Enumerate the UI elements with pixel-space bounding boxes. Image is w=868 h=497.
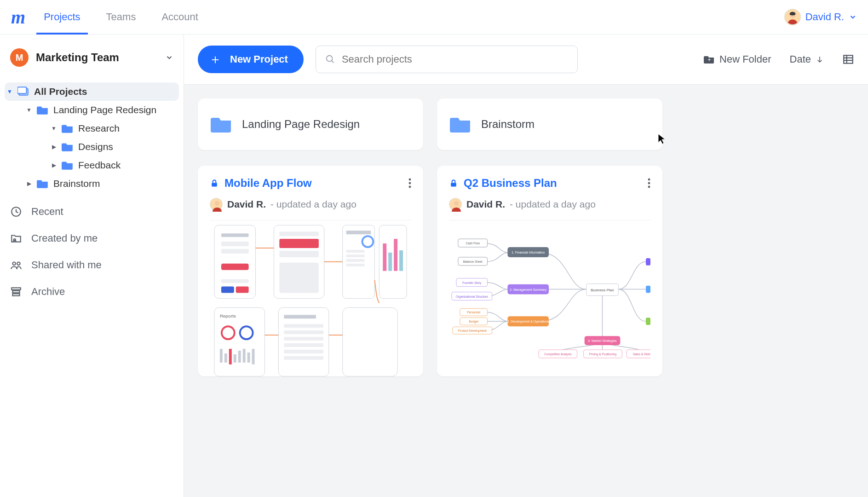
tree-item-landing[interactable]: ▼ Landing Page Redesign: [5, 101, 179, 119]
svg-rect-8: [12, 291, 19, 293]
svg-rect-57: [243, 349, 246, 363]
tree-item-feedback[interactable]: ▶ Feedback: [5, 156, 179, 174]
nav-created[interactable]: Created by me: [10, 232, 173, 244]
svg-point-21: [409, 186, 411, 188]
svg-rect-104: [646, 258, 650, 266]
svg-rect-47: [399, 250, 403, 271]
project-thumbnail: Business Plan 1. Financial Information 2…: [449, 220, 650, 376]
svg-rect-56: [238, 351, 241, 363]
tab-projects[interactable]: Projects: [44, 0, 80, 34]
svg-rect-40: [346, 254, 365, 257]
svg-rect-54: [229, 349, 232, 364]
new-project-button[interactable]: ＋ New Project: [198, 46, 304, 73]
project-meta: - updated a day ago: [510, 199, 596, 210]
svg-point-71: [648, 182, 650, 185]
folder-card[interactable]: Brainstorm: [437, 98, 662, 150]
svg-text:1. Financial Information: 1. Financial Information: [512, 251, 545, 254]
user-name: David R.: [805, 11, 844, 23]
folder-icon: [211, 115, 233, 133]
more-button[interactable]: [648, 178, 650, 188]
svg-rect-18: [212, 183, 217, 186]
svg-point-73: [454, 201, 459, 206]
search-input-wrap[interactable]: [316, 46, 578, 73]
svg-rect-106: [646, 318, 650, 325]
project-card[interactable]: Mobile App Flow David R. - updated a day…: [198, 166, 423, 376]
tree-label: Designs: [78, 141, 113, 152]
team-switcher[interactable]: M Marketing Team: [0, 43, 184, 82]
nav-archive[interactable]: Archive: [10, 286, 173, 298]
nav-recent[interactable]: Recent: [10, 206, 173, 218]
svg-line-11: [332, 61, 334, 63]
svg-text:Budget: Budget: [469, 320, 478, 324]
svg-rect-27: [221, 264, 249, 270]
project-meta: - updated a day ago: [270, 199, 356, 210]
svg-point-6: [17, 262, 20, 266]
svg-point-5: [12, 262, 16, 266]
svg-rect-44: [383, 243, 386, 271]
tree-item-research[interactable]: ▼ Research: [5, 119, 179, 138]
svg-rect-65: [284, 343, 323, 347]
svg-text:Product Development: Product Development: [458, 329, 487, 333]
svg-rect-32: [279, 231, 319, 236]
folder-name: Landing Page Redesign: [242, 118, 360, 131]
tree-label: Brainstorm: [53, 178, 100, 189]
svg-rect-64: [284, 337, 323, 341]
svg-rect-26: [221, 249, 249, 254]
user-menu[interactable]: David R.: [784, 9, 857, 25]
svg-rect-68: [343, 307, 397, 376]
svg-rect-66: [284, 350, 323, 353]
app-logo[interactable]: m: [11, 6, 25, 28]
tree-item-brainstorm[interactable]: ▶ Brainstorm: [5, 174, 179, 193]
tree-label: Landing Page Redesign: [53, 104, 156, 116]
svg-text:Organizational Structure: Organizational Structure: [456, 295, 488, 299]
svg-rect-59: [252, 349, 255, 364]
caret-down-icon: ▼: [26, 107, 32, 113]
project-thumbnail: Reports: [210, 220, 411, 376]
new-folder-button[interactable]: + New Folder: [704, 53, 771, 65]
tab-teams[interactable]: Teams: [106, 0, 136, 34]
svg-rect-53: [224, 353, 227, 363]
projects-icon: [17, 87, 29, 97]
svg-rect-69: [451, 183, 456, 186]
nav-shared[interactable]: Shared with me: [10, 259, 173, 271]
team-name: Marketing Team: [36, 51, 158, 64]
svg-text:4. Market Strategies: 4. Market Strategies: [588, 339, 617, 343]
svg-rect-46: [394, 239, 397, 271]
sort-button[interactable]: Date: [790, 53, 824, 65]
svg-text:Balance Sheet: Balance Sheet: [463, 260, 483, 263]
svg-rect-39: [346, 250, 365, 253]
svg-text:Founder Story: Founder Story: [462, 281, 482, 285]
svg-rect-34: [279, 251, 319, 257]
lock-icon: [449, 178, 458, 188]
avatar: [210, 198, 223, 211]
project-card[interactable]: Q2 Business Plan David R. - updated a da…: [437, 166, 662, 376]
team-badge: M: [10, 48, 29, 67]
list-icon: [842, 53, 854, 65]
folder-card[interactable]: Landing Page Redesign: [198, 98, 423, 150]
more-button[interactable]: [408, 178, 411, 188]
svg-text:Reports: Reports: [220, 313, 236, 318]
svg-rect-35: [279, 263, 319, 293]
tab-account[interactable]: Account: [161, 0, 198, 34]
caret-right-icon: ▶: [51, 162, 57, 168]
list-view-button[interactable]: [842, 53, 854, 65]
svg-text:Competitive Analysis: Competitive Analysis: [544, 353, 572, 356]
search-icon: [325, 54, 335, 64]
folder-icon: [37, 179, 49, 189]
tree-all-projects[interactable]: ▼ All Projects: [5, 82, 179, 101]
svg-rect-41: [346, 259, 365, 262]
svg-rect-63: [284, 330, 323, 334]
svg-rect-7: [11, 288, 21, 289]
svg-rect-62: [284, 324, 323, 328]
nav-label: Archive: [31, 286, 65, 298]
chevron-down-icon: [849, 13, 857, 21]
svg-text:Personnel: Personnel: [467, 311, 480, 314]
search-input[interactable]: [342, 53, 568, 65]
folder-plus-icon: +: [704, 54, 715, 64]
tree-item-designs[interactable]: ▶ Designs: [5, 138, 179, 156]
folder-icon: [62, 123, 74, 133]
svg-point-22: [215, 201, 219, 206]
caret-right-icon: ▶: [26, 180, 32, 187]
svg-rect-9: [12, 294, 19, 295]
caret-down-icon: ▼: [51, 125, 57, 132]
